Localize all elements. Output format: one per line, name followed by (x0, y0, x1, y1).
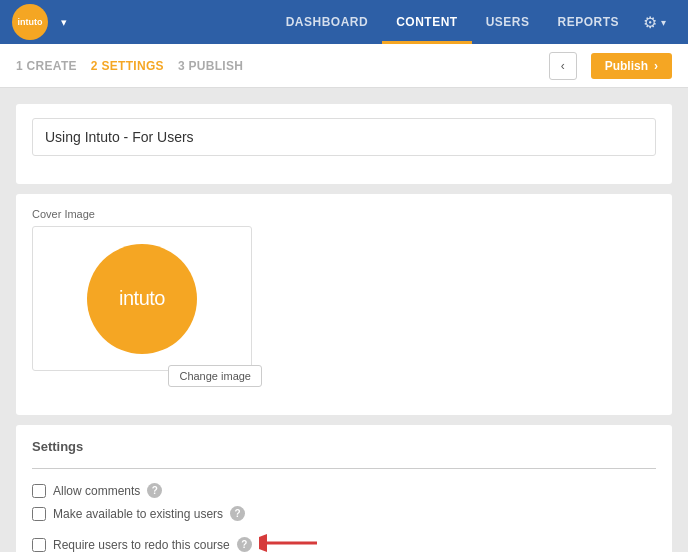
gear-icon: ⚙ (643, 13, 657, 32)
top-navigation: intuto ▾ DASHBOARD CONTENT USERS REPORTS… (0, 0, 688, 44)
step-2[interactable]: 2 SETTINGS (91, 59, 164, 73)
cover-image-container: intuto (32, 226, 252, 371)
require-redo-label: Require users to redo this course (53, 538, 230, 552)
nav-reports[interactable]: REPORTS (543, 0, 633, 44)
course-title-card (16, 104, 672, 184)
main-content: Cover Image intuto Change image Settings… (0, 88, 688, 552)
cover-image-wrap: intuto Change image (32, 226, 252, 371)
nav-content[interactable]: CONTENT (382, 0, 472, 44)
publish-button[interactable]: Publish › (591, 53, 672, 79)
settings-title: Settings (32, 439, 656, 454)
logo-circle-text: intuto (119, 287, 165, 310)
make-available-label: Make available to existing users (53, 507, 223, 521)
logo-text: intuto (18, 17, 43, 27)
chevron-down-icon: ▾ (61, 16, 67, 29)
allow-comments-help[interactable]: ? (147, 483, 162, 498)
require-redo-checkbox[interactable] (32, 538, 46, 552)
chevron-left-icon: ‹ (561, 59, 565, 73)
intuto-logo-image: intuto (87, 244, 197, 354)
change-image-button[interactable]: Change image (168, 365, 262, 387)
allow-comments-label: Allow comments (53, 484, 140, 498)
gear-chevron: ▾ (661, 17, 666, 28)
require-redo-row: Require users to redo this course ? (32, 529, 656, 552)
nav-dashboard[interactable]: DASHBOARD (272, 0, 383, 44)
logo-dropdown[interactable]: ▾ (54, 12, 74, 32)
settings-card: Settings Allow comments ? Make available… (16, 425, 672, 552)
step-3[interactable]: 3 PUBLISH (178, 59, 243, 73)
step-1[interactable]: 1 CREATE (16, 59, 77, 73)
steps-bar: 1 CREATE 2 SETTINGS 3 PUBLISH ‹ Publish … (0, 44, 688, 88)
make-available-help[interactable]: ? (230, 506, 245, 521)
nav-users[interactable]: USERS (472, 0, 544, 44)
allow-comments-row: Allow comments ? (32, 483, 656, 498)
cover-image-label: Cover Image (32, 208, 656, 220)
make-available-row: Make available to existing users ? (32, 506, 656, 521)
cover-image-card: Cover Image intuto Change image (16, 194, 672, 415)
nav-links: DASHBOARD CONTENT USERS REPORTS (272, 0, 633, 44)
settings-gear[interactable]: ⚙ ▾ (633, 13, 676, 32)
red-arrow-annotation (259, 529, 319, 552)
logo[interactable]: intuto (12, 4, 48, 40)
make-available-checkbox[interactable] (32, 507, 46, 521)
course-title-input[interactable] (32, 118, 656, 156)
require-redo-help[interactable]: ? (237, 537, 252, 552)
allow-comments-checkbox[interactable] (32, 484, 46, 498)
prev-button[interactable]: ‹ (549, 52, 577, 80)
chevron-right-icon: › (654, 59, 658, 73)
